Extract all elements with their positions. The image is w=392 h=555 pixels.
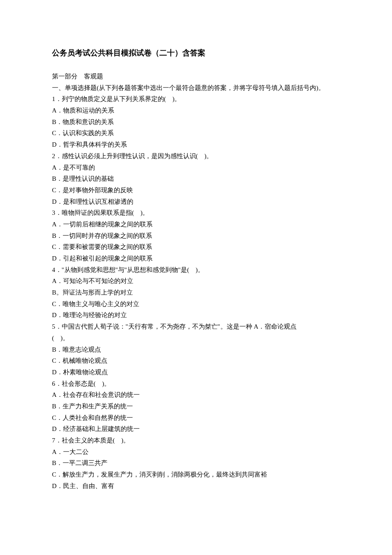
question-option: C．唯物主义与唯心主义的对立 xyxy=(52,298,340,310)
document-title: 公务员考试公共科目模拟试卷（二十）含答案 xyxy=(52,46,340,60)
question-option: C．解放生产力，发展生产力，消灭剥削，消除两极分化，最终达到共同富裕 xyxy=(52,469,340,480)
question-stem: 6．社会形态是( )。 xyxy=(52,378,340,390)
question-option: B．一切同时并存的现象之间的联系 xyxy=(52,230,340,242)
question-stem: 2．感性认识必须上升到理性认识，是因为感性认识( )。 xyxy=(52,150,340,162)
question-option: C．人类社会和自然界的统一 xyxy=(52,412,340,424)
question-option: A．社会存在和社会意识的统一 xyxy=(52,389,340,401)
question-option: D．朴素唯物论观点 xyxy=(52,367,340,378)
question-stem: 5．中国古代哲人荀子说："天行有常，不为尧存，不为桀亡"。这是一种 A．宿命论观… xyxy=(52,321,340,332)
question-option: D．经济基础和上层建筑的统一 xyxy=(52,423,340,435)
question-option: D．是和理性认识互相渗透的 xyxy=(52,196,340,208)
question-stem-continuation: ( )。 xyxy=(52,332,340,344)
question-option: D．引起和被引起的现象之间的联系 xyxy=(52,253,340,264)
question-option: C．是对事物外部现象的反映 xyxy=(52,185,340,196)
question-option: A．是不可靠的 xyxy=(52,162,340,173)
question-option: D．民主、自由、富有 xyxy=(52,480,340,492)
question-option: B．物质和意识的关系 xyxy=(52,116,340,128)
question-option: B．是理性认识的基础 xyxy=(52,173,340,185)
question-option: B．唯意志论观点 xyxy=(52,344,340,356)
question-stem: 3．唯物辩证的因果联系是指( )。 xyxy=(52,207,340,219)
question-option: D．哲学和具体科学的关系 xyxy=(52,139,340,150)
question-option: A．可知论与不可知论的对立 xyxy=(52,275,340,287)
section-instruction: 一、单项选择题(从下列各题答案中选出一个最符合题意的答案，并将字母符号填入题后括… xyxy=(52,82,340,94)
question-option: A．一大二公 xyxy=(52,446,340,458)
question-option: B。辩证法与形而上学的对立 xyxy=(52,287,340,298)
question-stem: 4．"从物到感觉和思想"与"从思想和感觉到物"是( )。 xyxy=(52,264,340,276)
question-option: D．唯理论与经验论的对立 xyxy=(52,309,340,321)
part-heading: 第一部分 客观题 xyxy=(52,71,340,82)
question-option: A．物质和运动的关系 xyxy=(52,105,340,116)
document-page: 公务员考试公共科目模拟试卷（二十）含答案 第一部分 客观题 一、单项选择题(从下… xyxy=(0,0,392,555)
question-option: B．一平二调三共产 xyxy=(52,457,340,469)
question-option: C．机械唯物论观点 xyxy=(52,355,340,367)
question-option: B．生产力和生产关系的统一 xyxy=(52,401,340,412)
question-option: C．需要和被需要的现象之间的联系 xyxy=(52,241,340,253)
question-option: C．认识和实践的关系 xyxy=(52,127,340,139)
question-option: A．一切前后相继的现象之间的联系 xyxy=(52,219,340,230)
question-stem: 7．社会主义的本质是( )。 xyxy=(52,435,340,446)
question-stem: 1．列宁的物质定义是从下列关系界定的( )。 xyxy=(52,93,340,105)
